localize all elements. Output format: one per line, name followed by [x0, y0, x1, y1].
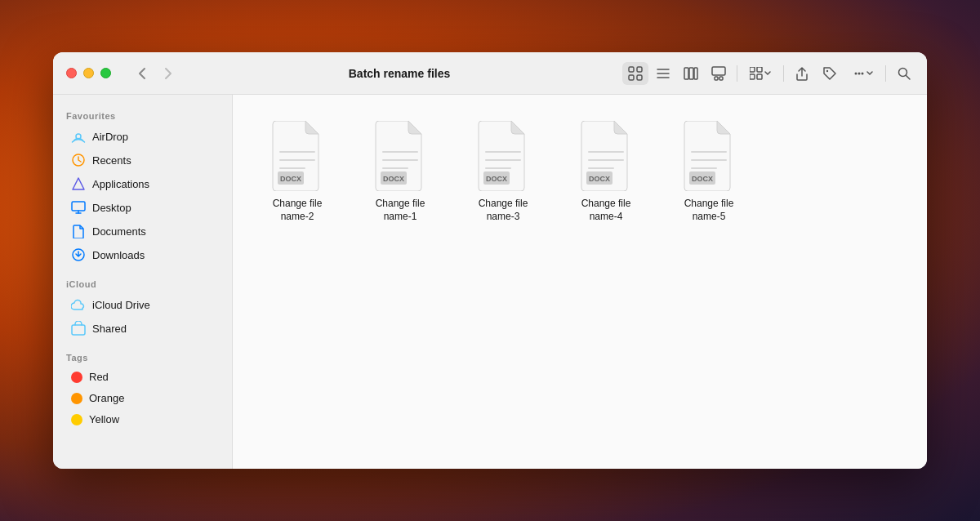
sidebar-item-label: Yellow — [89, 413, 119, 425]
tag-button[interactable] — [817, 62, 843, 85]
sidebar-item-desktop[interactable]: Desktop — [58, 196, 227, 219]
svg-rect-13 — [750, 67, 755, 72]
sidebar-item-shared[interactable]: Shared — [58, 317, 227, 340]
svg-rect-0 — [629, 67, 634, 72]
file-area: DOCX Change file name-2 — [233, 95, 927, 469]
svg-point-20 — [862, 72, 864, 74]
grid-icon — [628, 66, 643, 81]
file-item[interactable]: DOCX Change file name-5 — [664, 114, 754, 229]
sidebar-item-label: Recents — [92, 154, 131, 167]
svg-rect-7 — [684, 68, 688, 79]
share-button[interactable] — [789, 62, 815, 85]
file-name: Change file name-3 — [465, 198, 541, 223]
file-name: Change file name-4 — [568, 198, 644, 223]
sidebar: Favourites AirDrop — [53, 95, 233, 469]
file-item[interactable]: DOCX Change file name-4 — [561, 114, 651, 229]
file-item[interactable]: DOCX Change file name-3 — [458, 114, 548, 229]
sidebar-item-documents[interactable]: Documents — [58, 220, 227, 243]
more-icon — [852, 66, 866, 81]
group-icon — [750, 67, 763, 80]
svg-rect-14 — [757, 67, 762, 72]
sidebar-item-label: Red — [89, 371, 109, 383]
applications-icon — [71, 176, 86, 191]
svg-rect-2 — [629, 75, 634, 80]
svg-text:DOCX: DOCX — [280, 175, 301, 183]
tag-red-dot — [71, 372, 82, 383]
list-view-button[interactable] — [650, 62, 676, 85]
search-button[interactable] — [891, 62, 917, 85]
close-button[interactable] — [66, 68, 77, 78]
recents-icon — [71, 153, 86, 167]
titlebar: Batch rename files — [53, 52, 927, 95]
sidebar-item-icloud-drive[interactable]: iCloud Drive — [58, 293, 227, 316]
svg-line-22 — [906, 75, 911, 79]
sidebar-item-applications[interactable]: Applications — [58, 172, 227, 195]
desktop-icon — [71, 200, 86, 215]
back-button[interactable] — [131, 62, 154, 85]
svg-rect-16 — [757, 74, 762, 79]
favourites-label: Favourites — [53, 105, 232, 124]
sidebar-item-tag-red[interactable]: Red — [58, 367, 227, 387]
toolbar-right — [612, 62, 927, 85]
share-icon — [795, 66, 808, 81]
svg-text:DOCX: DOCX — [383, 175, 404, 183]
nav-controls — [124, 62, 186, 85]
file-name: Change file name-1 — [362, 198, 439, 223]
file-icon: DOCX — [371, 121, 430, 191]
sidebar-item-label: Shared — [92, 323, 127, 335]
column-view-button[interactable] — [678, 62, 704, 85]
sidebar-item-label: Orange — [89, 392, 124, 404]
svg-point-17 — [826, 69, 828, 71]
shared-icon — [71, 321, 86, 336]
list-icon — [656, 66, 670, 81]
maximize-button[interactable] — [100, 68, 111, 78]
file-item[interactable]: DOCX Change file name-2 — [252, 114, 342, 229]
sidebar-item-recents[interactable]: Recents — [58, 149, 227, 171]
chevron-left-icon — [138, 67, 146, 80]
chevron-right-icon — [164, 67, 172, 80]
icloud-label: iCloud — [53, 273, 232, 292]
file-name: Change file name-5 — [670, 198, 747, 223]
traffic-lights — [53, 68, 124, 78]
window-title: Batch rename files — [186, 67, 612, 80]
sidebar-item-tag-yellow[interactable]: Yellow — [58, 409, 227, 430]
group-button[interactable] — [742, 62, 778, 85]
svg-rect-1 — [637, 67, 642, 72]
svg-rect-15 — [750, 74, 755, 79]
tag-orange-dot — [71, 393, 82, 404]
sidebar-item-label: iCloud Drive — [92, 299, 150, 311]
tags-label: Tags — [53, 346, 232, 366]
svg-point-19 — [858, 72, 861, 74]
sidebar-item-downloads[interactable]: Downloads — [58, 243, 227, 266]
file-icon: DOCX — [268, 121, 327, 191]
minimize-button[interactable] — [83, 68, 94, 78]
more-button[interactable] — [844, 62, 880, 85]
svg-rect-8 — [689, 68, 693, 79]
svg-rect-25 — [72, 202, 85, 211]
file-item[interactable]: DOCX Change file name-1 — [355, 114, 445, 229]
sidebar-item-label: Desktop — [92, 202, 131, 214]
file-icon: DOCX — [679, 121, 738, 191]
toolbar-divider-1 — [737, 65, 737, 82]
sidebar-item-tag-orange[interactable]: Orange — [58, 388, 227, 408]
sidebar-item-label: Downloads — [92, 249, 145, 261]
columns-icon — [684, 66, 698, 81]
icloud-icon — [71, 297, 86, 312]
documents-icon — [71, 224, 86, 238]
gallery-view-button[interactable] — [706, 62, 732, 85]
svg-rect-3 — [637, 75, 642, 80]
icon-view-button[interactable] — [622, 62, 648, 85]
sidebar-item-label: Documents — [92, 225, 146, 238]
chevron-down-small-icon — [866, 70, 873, 77]
search-icon — [897, 66, 911, 81]
toolbar-divider-2 — [783, 65, 784, 82]
sidebar-item-label: AirDrop — [92, 131, 128, 143]
file-icon: DOCX — [577, 121, 635, 191]
svg-text:DOCX: DOCX — [486, 175, 507, 183]
finder-window: Batch rename files — [53, 52, 927, 469]
sidebar-item-airdrop[interactable]: AirDrop — [58, 125, 227, 148]
forward-button[interactable] — [157, 62, 180, 85]
svg-rect-11 — [715, 77, 718, 80]
main-content: Favourites AirDrop — [53, 95, 927, 469]
sidebar-item-label: Applications — [92, 178, 149, 190]
